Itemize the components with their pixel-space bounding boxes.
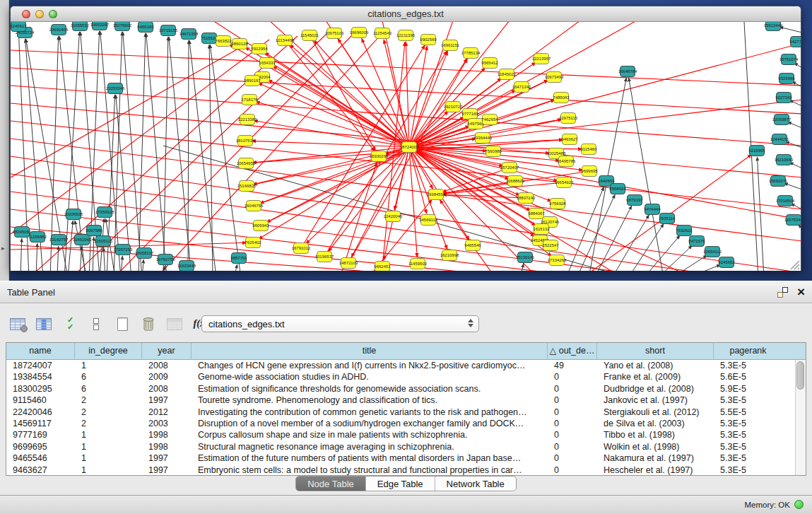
graph-node[interactable]: 2522547 (542, 240, 559, 251)
graph-node[interactable]: 7485063 (553, 93, 570, 103)
graph-node[interactable]: 15136141 (516, 252, 535, 263)
graph-node[interactable]: 16210998 (440, 250, 459, 261)
graph-node[interactable]: 19384554 (427, 189, 446, 200)
table-cell[interactable]: Genome-wide association studies in ADHD. (192, 371, 548, 382)
graph-node[interactable]: 11254543 (373, 28, 392, 39)
graph-node[interactable]: 9860128 (231, 39, 248, 49)
select-all-rows-icon[interactable]: ✓✓ (61, 315, 79, 333)
table-cell[interactable]: 2003 (142, 418, 192, 429)
table-cell[interactable]: Wolkin et al. (1998) (597, 441, 714, 452)
table-cell[interactable]: 6 (75, 371, 142, 382)
graph-node[interactable]: 16961151 (441, 40, 460, 51)
graph-node[interactable]: 9890167 (244, 76, 261, 86)
graph-node[interactable]: 9609943 (252, 221, 269, 231)
graph-node[interactable]: 19210727 (444, 102, 463, 112)
graph-node[interactable]: 7462654 (481, 115, 498, 125)
table-row[interactable]: 969969511998Structural magnetic resonanc… (6, 441, 806, 452)
table-cell[interactable]: Estimation of significance thresholds fo… (192, 383, 548, 395)
graph-node[interactable]: 17957253 (114, 245, 133, 255)
network-canvas-svg[interactable]: 2405572420691406110565321065328715276902… (11, 22, 801, 271)
graph-node[interactable]: 15166825 (237, 181, 257, 192)
table-row[interactable]: 1872400712008Changes of HCN gene express… (6, 360, 806, 371)
table-cell[interactable]: 0 (548, 418, 597, 429)
graph-node[interactable]: 18724007 (400, 142, 419, 153)
table-cell[interactable]: 5.3E-5 (714, 395, 782, 406)
table-cell[interactable]: 5.5E-5 (714, 407, 782, 418)
graph-node[interactable]: 9463627 (561, 134, 578, 145)
graph-node[interactable]: 7632621 (676, 226, 693, 236)
table-cell[interactable]: 5.6E-5 (714, 371, 782, 382)
graph-node[interactable]: 9115460 (581, 144, 598, 155)
graph-node[interactable]: 9857791 (230, 253, 247, 264)
graph-node[interactable]: 9699695 (581, 166, 598, 177)
graph-node[interactable]: 9329966 (778, 74, 795, 84)
graph-node[interactable]: 15692071 (769, 176, 788, 187)
graph-node[interactable]: 11845022 (498, 69, 517, 80)
column-header-year[interactable]: year (142, 343, 192, 359)
table-cell[interactable]: Jankovic et al. (1997) (597, 395, 714, 406)
table-cell[interactable]: 0 (548, 371, 597, 382)
table-row[interactable]: 911546021997Tourette syndrome. Phenomeno… (6, 395, 806, 406)
graph-node[interactable]: 16791012 (292, 243, 311, 254)
column-header-in-degree[interactable]: in_degree (75, 343, 142, 359)
table-cell[interactable]: 5.3E-5 (714, 452, 782, 464)
table-cell[interactable]: 0 (548, 383, 597, 395)
scrollbar-thumb[interactable] (796, 361, 804, 390)
table-cell[interactable]: 5.3E-5 (714, 418, 782, 429)
table-cell[interactable]: Structural magnetic resonance image aver… (192, 441, 548, 452)
graph-node[interactable]: 7663822 (215, 36, 232, 47)
graph-node[interactable]: 15913444 (764, 22, 783, 31)
graph-node[interactable]: 10688609 (506, 176, 525, 187)
graph-node[interactable]: 10975103 (325, 28, 344, 39)
table-cell[interactable]: 0 (548, 429, 597, 440)
graph-node[interactable]: 15276902 (113, 22, 132, 31)
left-panel-divider[interactable]: ▸ (0, 0, 9, 281)
table-cell[interactable]: 1997 (142, 452, 192, 464)
table-cell[interactable]: 2 (75, 407, 142, 418)
panel-collapse-arrow-icon[interactable]: ▸ (1, 245, 5, 252)
graph-node[interactable]: 9902569 (420, 35, 437, 45)
graph-node[interactable]: 10196537 (315, 252, 334, 262)
column-header-pagerank[interactable]: pagerank (714, 343, 782, 359)
graph-node[interactable]: 10653287 (90, 22, 110, 30)
graph-node[interactable]: 9227343 (775, 93, 792, 103)
table-row[interactable]: 946362711997Embryonic stem cells: a mode… (6, 465, 806, 476)
table-cell[interactable]: Dudbridge et al. (2008) (597, 383, 714, 395)
table-cell[interactable]: Corpus callosum shape and size in male p… (192, 429, 548, 440)
graph-node[interactable]: 14872103 (339, 258, 358, 269)
table-cell[interactable]: 1997 (142, 465, 192, 476)
graph-node[interactable]: 11156883 (28, 232, 47, 243)
graph-node[interactable]: 20206505 (64, 209, 83, 220)
graph-node[interactable]: 16654923 (555, 177, 574, 188)
table-cell[interactable]: 9777169 (6, 429, 75, 440)
graph-node[interactable]: 21053346 (106, 83, 125, 94)
table-cell[interactable]: 22420046 (6, 407, 75, 418)
table-cell[interactable]: 5.3E-5 (714, 429, 782, 440)
create-table-icon[interactable] (113, 315, 131, 333)
graph-node[interactable]: 12213957 (532, 54, 551, 64)
table-cell[interactable]: Changes of HCN gene expression and I(f) … (192, 360, 548, 371)
graph-node[interactable]: 8471676 (688, 236, 705, 247)
graph-node[interactable]: 17016504 (776, 196, 795, 206)
graph-node[interactable]: 16471342 (512, 82, 531, 93)
table-selector-dropdown[interactable]: citations_edges.txt (201, 315, 479, 332)
table-cell[interactable]: 0 (548, 407, 597, 418)
graph-node[interactable]: 7625402 (245, 238, 261, 248)
show-columns-icon[interactable] (35, 315, 53, 333)
graph-node[interactable]: 16210643 (775, 155, 794, 165)
table-cell[interactable]: 1 (75, 429, 142, 440)
graph-node[interactable]: 8466160 (137, 22, 154, 33)
network-window[interactable]: citations_edges.txt 24055724206914061105… (10, 6, 801, 271)
graph-node[interactable]: 5912954 (251, 44, 268, 54)
table-cell[interactable]: de Silva et al. (2003) (597, 418, 714, 429)
close-panel-icon[interactable]: × (797, 284, 805, 300)
table-cell[interactable]: 6 (75, 383, 142, 395)
table-cell[interactable]: 5.3E-5 (714, 465, 782, 476)
table-cell[interactable]: 18300295 (6, 383, 75, 395)
table-cell[interactable]: 5.3E-5 (714, 360, 782, 371)
graph-node[interactable]: 18107534 (236, 136, 255, 146)
table-cell[interactable]: 2 (75, 418, 142, 429)
delete-table-icon[interactable] (139, 315, 158, 333)
graph-node[interactable]: 17359928 (95, 207, 114, 218)
graph-node[interactable]: 9777169 (461, 109, 478, 119)
